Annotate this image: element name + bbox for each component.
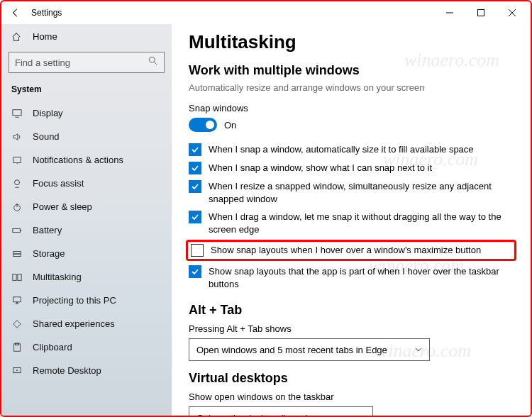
clipboard-icon (11, 343, 23, 352)
home-icon (11, 32, 23, 42)
focus-assist-icon (11, 179, 23, 189)
content-area: Multitasking Work with multiple windows … (172, 24, 531, 416)
svg-rect-12 (13, 228, 21, 232)
check-row: When I snap a window, automatically size… (189, 140, 514, 159)
sidebar-item-label: Remote Desktop (33, 365, 101, 376)
sidebar-item-projecting[interactable]: Projecting to this PC (1, 289, 172, 312)
checkbox-snap-layouts-taskbar[interactable] (189, 265, 201, 278)
close-button[interactable] (497, 3, 528, 23)
sidebar-item-storage[interactable]: Storage (1, 242, 172, 265)
multitasking-icon (11, 272, 23, 282)
sidebar-item-label: Notifications & actions (33, 155, 123, 165)
check-row: When I snap a window, show what I can sn… (189, 159, 514, 177)
svg-point-22 (16, 369, 18, 371)
display-icon (11, 109, 23, 118)
window-title: Settings (31, 8, 62, 18)
svg-rect-6 (13, 109, 21, 115)
sidebar-item-notifications[interactable]: Notifications & actions (1, 148, 172, 172)
checkbox-resize-adjacent[interactable] (189, 180, 201, 193)
section-heading-virtual: Virtual desktops (189, 371, 514, 386)
sidebar-item-power[interactable]: Power & sleep (1, 195, 172, 218)
check-label: When I resize a snapped window, simultan… (209, 180, 514, 205)
page-title: Multitasking (189, 31, 514, 53)
svg-rect-18 (13, 296, 21, 301)
shared-icon (11, 319, 23, 329)
sidebar-item-label: Power & sleep (33, 201, 92, 212)
back-button[interactable] (9, 6, 23, 20)
remote-icon (11, 366, 23, 376)
section-heading-alttab: Alt + Tab (189, 303, 514, 318)
notifications-icon (11, 155, 23, 165)
svg-rect-8 (13, 157, 21, 162)
storage-icon (11, 249, 23, 259)
check-label: When I drag a window, let me snap it wit… (209, 211, 514, 235)
alttab-dropdown[interactable]: Open windows and 5 most recent tabs in E… (189, 338, 430, 361)
sidebar-item-label: Storage (33, 248, 65, 259)
svg-rect-16 (13, 274, 16, 280)
sidebar-item-remote[interactable]: Remote Desktop (1, 359, 172, 382)
virtual-label: Show open windows on the taskbar (189, 391, 514, 402)
dropdown-value: Open windows and 5 most recent tabs in E… (196, 345, 387, 355)
checkbox-drag-snap[interactable] (189, 211, 201, 223)
sidebar-item-clipboard[interactable]: Clipboard (1, 335, 172, 359)
check-row: When I resize a snapped window, simultan… (189, 177, 514, 208)
projecting-icon (11, 296, 23, 306)
power-icon (11, 202, 23, 212)
sidebar-item-label: Multitasking (33, 272, 82, 282)
svg-rect-17 (18, 274, 21, 280)
sidebar-item-label: Clipboard (33, 342, 72, 352)
section-desc: Automatically resize and arrange windows… (189, 82, 514, 93)
search-input[interactable] (15, 57, 135, 68)
sidebar-item-focus-assist[interactable]: Focus assist (1, 172, 172, 195)
minimize-button[interactable] (434, 3, 465, 23)
checkbox-snap-layouts-hover[interactable] (191, 244, 204, 257)
battery-icon (11, 226, 23, 235)
section-label: System (1, 82, 172, 101)
checkbox-auto-size[interactable] (189, 143, 201, 156)
snap-windows-toggle[interactable] (189, 118, 217, 132)
sidebar-item-label: Projecting to this PC (33, 295, 116, 306)
check-row-highlighted: Show snap layouts when I hover over a wi… (186, 240, 516, 261)
dropdown-value: Only on the desktop I'm using (196, 413, 318, 416)
alttab-label: Pressing Alt + Tab shows (189, 323, 514, 334)
svg-line-5 (154, 62, 157, 65)
sidebar-item-label: Focus assist (33, 178, 84, 189)
svg-rect-13 (20, 230, 21, 231)
check-label: Show snap layouts when I hover over a wi… (211, 244, 481, 257)
toggle-state-text: On (224, 120, 236, 130)
search-box[interactable] (9, 52, 165, 73)
snap-windows-label: Snap windows (189, 103, 514, 113)
chevron-down-icon (415, 345, 422, 355)
sidebar-item-label: Shared experiences (33, 318, 115, 329)
check-row: Show snap layouts that the app is part o… (189, 262, 514, 293)
maximize-button[interactable] (465, 3, 497, 23)
check-label: When I snap a window, automatically size… (209, 143, 474, 156)
section-heading-snap: Work with multiple windows (189, 63, 514, 78)
sidebar-item-sound[interactable]: Sound (1, 125, 172, 148)
search-icon (148, 56, 158, 69)
svg-rect-14 (13, 251, 21, 254)
chevron-down-icon (358, 413, 365, 416)
check-row: When I drag a window, let me snap it wit… (189, 208, 514, 238)
sidebar: Home System Display Sound Notifications … (1, 24, 172, 416)
sidebar-item-display[interactable]: Display (1, 101, 172, 125)
svg-rect-15 (13, 254, 21, 257)
sidebar-item-shared[interactable]: Shared experiences (1, 312, 172, 335)
sidebar-item-multitasking[interactable]: Multitasking (1, 265, 172, 289)
sidebar-item-battery[interactable]: Battery (1, 218, 172, 242)
sound-icon (11, 132, 23, 142)
svg-point-4 (149, 57, 155, 62)
check-label: When I snap a window, show what I can sn… (209, 162, 432, 174)
svg-rect-1 (478, 10, 484, 16)
checkbox-show-next[interactable] (189, 162, 201, 174)
virtual-dropdown[interactable]: Only on the desktop I'm using (189, 406, 373, 416)
sidebar-item-label: Battery (33, 225, 62, 235)
sidebar-item-label: Sound (33, 131, 60, 142)
sidebar-item-label: Display (33, 108, 63, 118)
home-label: Home (33, 31, 57, 42)
check-label: Show snap layouts that the app is part o… (209, 265, 514, 290)
home-nav[interactable]: Home (1, 27, 172, 46)
